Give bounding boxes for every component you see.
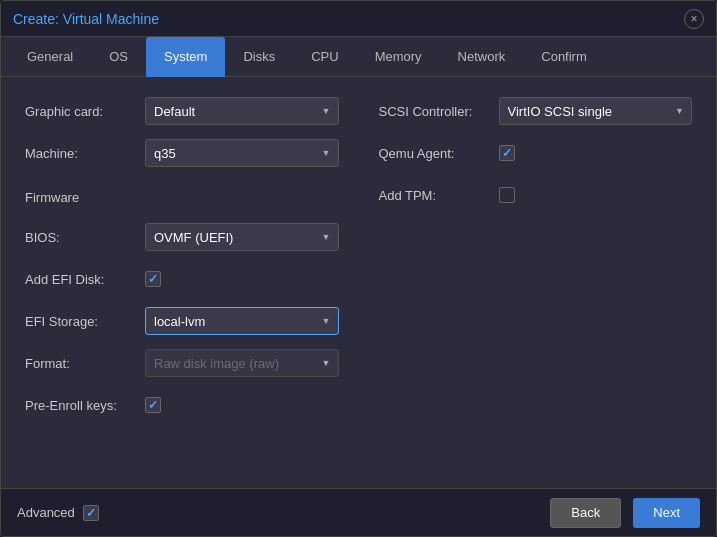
scsi-controller-label: SCSI Controller: [379, 104, 499, 119]
add-efi-disk-label: Add EFI Disk: [25, 272, 145, 287]
bios-select-wrapper: OVMF (UEFI) [145, 223, 339, 251]
advanced-group: Advanced [17, 505, 99, 521]
add-efi-disk-checkbox[interactable] [145, 271, 161, 287]
machine-row: Machine: q35 [25, 139, 339, 167]
next-button[interactable]: Next [633, 498, 700, 528]
firmware-label: Firmware [25, 186, 79, 205]
scsi-controller-select[interactable]: VirtIO SCSI single [499, 97, 693, 125]
scsi-controller-select-wrapper: VirtIO SCSI single [499, 97, 693, 125]
advanced-label: Advanced [17, 505, 75, 520]
close-button[interactable]: × [684, 9, 704, 29]
right-column: SCSI Controller: VirtIO SCSI single Qemu… [379, 97, 693, 468]
efi-storage-row: EFI Storage: local-lvm [25, 307, 339, 335]
add-tpm-checkbox-wrapper [499, 187, 693, 203]
qemu-agent-row: Qemu Agent: [379, 139, 693, 167]
scsi-controller-row: SCSI Controller: VirtIO SCSI single [379, 97, 693, 125]
tab-memory[interactable]: Memory [357, 37, 440, 77]
pre-enroll-checkbox[interactable] [145, 397, 161, 413]
machine-select-wrapper: q35 [145, 139, 339, 167]
pre-enroll-row: Pre-Enroll keys: [25, 391, 339, 419]
advanced-checkbox[interactable] [83, 505, 99, 521]
format-label: Format: [25, 356, 145, 371]
tab-system[interactable]: System [146, 37, 225, 77]
tab-network[interactable]: Network [440, 37, 524, 77]
tab-bar: General OS System Disks CPU Memory Netwo… [1, 37, 716, 77]
format-row: Format: Raw disk image (raw) [25, 349, 339, 377]
tab-confirm[interactable]: Confirm [523, 37, 605, 77]
qemu-agent-label: Qemu Agent: [379, 146, 499, 161]
left-column: Graphic card: Default Machine: q35 F [25, 97, 339, 468]
add-tpm-row: Add TPM: [379, 181, 693, 209]
add-efi-disk-row: Add EFI Disk: [25, 265, 339, 293]
graphic-card-label: Graphic card: [25, 104, 145, 119]
tab-disks[interactable]: Disks [225, 37, 293, 77]
machine-select[interactable]: q35 [145, 139, 339, 167]
footer: Advanced Back Next [1, 488, 716, 536]
bios-row: BIOS: OVMF (UEFI) [25, 223, 339, 251]
graphic-card-select[interactable]: Default [145, 97, 339, 125]
tab-general[interactable]: General [9, 37, 91, 77]
add-tpm-label: Add TPM: [379, 188, 499, 203]
qemu-agent-checkbox[interactable] [499, 145, 515, 161]
content-area: Graphic card: Default Machine: q35 F [1, 77, 716, 488]
bios-label: BIOS: [25, 230, 145, 245]
tab-os[interactable]: OS [91, 37, 146, 77]
graphic-card-select-wrapper: Default [145, 97, 339, 125]
efi-storage-select[interactable]: local-lvm [145, 307, 339, 335]
efi-storage-select-wrapper: local-lvm [145, 307, 339, 335]
window-title: Create: Virtual Machine [13, 11, 159, 27]
bios-select[interactable]: OVMF (UEFI) [145, 223, 339, 251]
graphic-card-row: Graphic card: Default [25, 97, 339, 125]
format-select-wrapper: Raw disk image (raw) [145, 349, 339, 377]
qemu-agent-checkbox-wrapper [499, 145, 693, 161]
firmware-row: Firmware [25, 181, 339, 209]
title-bar: Create: Virtual Machine × [1, 1, 716, 37]
efi-storage-label: EFI Storage: [25, 314, 145, 329]
pre-enroll-label: Pre-Enroll keys: [25, 398, 145, 413]
tab-cpu[interactable]: CPU [293, 37, 356, 77]
back-button[interactable]: Back [550, 498, 621, 528]
machine-label: Machine: [25, 146, 145, 161]
main-window: Create: Virtual Machine × General OS Sys… [0, 0, 717, 537]
add-efi-disk-checkbox-wrapper [145, 271, 339, 287]
format-select[interactable]: Raw disk image (raw) [145, 349, 339, 377]
add-tpm-checkbox[interactable] [499, 187, 515, 203]
pre-enroll-checkbox-wrapper [145, 397, 339, 413]
